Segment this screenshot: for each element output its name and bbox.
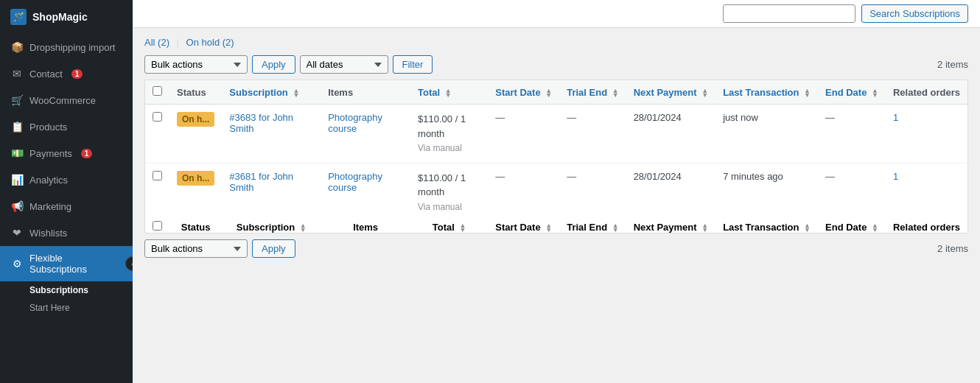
total-sort-footer: ▲▼: [460, 223, 466, 232]
row-subscription: #3681 for John Smith: [222, 163, 321, 221]
bulk-actions-select-bottom[interactable]: Bulk actions Delete: [144, 239, 248, 258]
col-trial-end[interactable]: Trial End ▲▼: [559, 80, 626, 105]
select-all-footer-checkbox[interactable]: [153, 221, 162, 231]
row-start-date: —: [488, 105, 559, 164]
col-trial-end-footer[interactable]: Trial End ▲▼: [559, 221, 626, 233]
last-transaction-value: 7 minutes ago: [723, 171, 783, 182]
last-transaction-sort-footer: ▲▼: [804, 223, 811, 232]
col-total[interactable]: Total ▲▼: [410, 80, 488, 105]
last-transaction-value: just now: [723, 112, 758, 123]
sidebar-collapse-button[interactable]: ‹: [125, 256, 133, 271]
contact-badge: 1: [71, 69, 83, 79]
row-checkbox-1[interactable]: [153, 171, 162, 180]
start-date-value: —: [495, 112, 505, 123]
sidebar: 🪄 ShopMagic 📦 Dropshipping import ✉ Cont…: [0, 0, 133, 383]
woocommerce-icon: 🛒: [10, 94, 24, 107]
total-value: $110.00 / 1 month: [418, 172, 466, 198]
row-start-date: —: [488, 163, 559, 221]
filter-tab-on-hold[interactable]: On hold (2): [186, 37, 234, 48]
top-bar: Search Subscriptions: [133, 0, 980, 28]
next-payment-value: 28/01/2024: [634, 171, 682, 182]
sidebar-item-marketing[interactable]: 📢 Marketing: [0, 193, 133, 219]
col-start-date-footer[interactable]: Start Date ▲▼: [488, 221, 559, 233]
row-checkbox-cell: [145, 163, 169, 221]
total-sort: ▲▼: [445, 88, 452, 97]
start-date-sort: ▲▼: [545, 88, 552, 97]
total-info: $110.00 / 1 month Via manual: [418, 112, 480, 155]
sidebar-item-label: Marketing: [29, 201, 71, 212]
dropshipping-icon: 📦: [10, 41, 24, 54]
filter-tab-all[interactable]: All (2): [144, 37, 172, 48]
status-badge: On h...: [177, 171, 214, 186]
row-checkbox-0[interactable]: [153, 112, 162, 122]
col-items-footer: Items: [321, 221, 410, 233]
col-start-date[interactable]: Start Date ▲▼: [488, 80, 559, 105]
bulk-actions-select-top[interactable]: Bulk actions Delete: [144, 55, 248, 74]
item-link[interactable]: Photography course: [328, 112, 382, 134]
sidebar-item-payments[interactable]: 💵 Payments 1: [0, 140, 133, 166]
select-all-footer: [145, 221, 169, 233]
col-end-date-footer[interactable]: End Date ▲▼: [818, 221, 886, 233]
via-label: Via manual: [418, 202, 462, 212]
search-input[interactable]: [723, 4, 855, 23]
next-payment-sort-footer: ▲▼: [701, 223, 708, 232]
sidebar-item-label: Payments: [29, 148, 72, 159]
sidebar-sub-label: Subscriptions: [29, 285, 88, 295]
items-count-top: 2 items: [937, 59, 968, 70]
sidebar-item-contact[interactable]: ✉ Contact 1: [0, 60, 133, 87]
analytics-icon: 📊: [10, 173, 24, 186]
payments-icon: 💵: [10, 147, 24, 160]
col-status: Status: [169, 80, 222, 105]
row-items: Photography course: [321, 163, 410, 221]
total-info: $110.00 / 1 month Via manual: [418, 171, 480, 214]
end-date-sort: ▲▼: [872, 88, 878, 97]
row-status: On h...: [169, 105, 222, 164]
sidebar-logo[interactable]: 🪄 ShopMagic: [0, 0, 133, 34]
col-last-transaction[interactable]: Last Transaction ▲▼: [715, 80, 818, 105]
sidebar-item-wishlists[interactable]: ❤ Wishlists: [0, 219, 133, 246]
related-orders-link[interactable]: 1: [893, 171, 898, 182]
flexible-subscriptions-icon: ⚙: [10, 257, 24, 270]
col-last-transaction-footer[interactable]: Last Transaction ▲▼: [715, 221, 818, 233]
row-end-date: —: [818, 105, 886, 164]
sidebar-sub-start-here[interactable]: Start Here: [0, 299, 133, 317]
apply-button-top[interactable]: Apply: [252, 55, 295, 74]
col-subscription[interactable]: Subscription ▲▼: [222, 80, 321, 105]
row-last-transaction: just now: [715, 105, 818, 164]
sidebar-item-dropshipping[interactable]: 📦 Dropshipping import: [0, 34, 133, 60]
sidebar-item-flexible-subscriptions[interactable]: ⚙ Flexible Subscriptions ‹: [0, 246, 133, 281]
col-total-footer[interactable]: Total ▲▼: [410, 221, 488, 233]
via-label: Via manual: [418, 143, 462, 153]
item-link[interactable]: Photography course: [328, 171, 382, 193]
next-payment-value: 28/01/2024: [634, 112, 682, 123]
start-date-sort-footer: ▲▼: [545, 223, 552, 232]
subscription-link[interactable]: #3681 for John Smith: [229, 171, 293, 193]
marketing-icon: 📢: [10, 200, 24, 213]
col-related-orders: Related orders: [886, 80, 967, 105]
col-subscription-footer[interactable]: Subscription ▲▼: [222, 221, 321, 233]
select-all-checkbox[interactable]: [153, 86, 162, 96]
row-next-payment: 28/01/2024: [626, 163, 716, 221]
sidebar-sub-subscriptions[interactable]: Subscriptions: [0, 281, 133, 299]
trial-end-sort-footer: ▲▼: [612, 223, 619, 232]
col-next-payment[interactable]: Next Payment ▲▼: [626, 80, 716, 105]
next-payment-sort: ▲▼: [701, 88, 708, 97]
subscription-link[interactable]: #3683 for John Smith: [229, 112, 293, 134]
col-next-payment-footer[interactable]: Next Payment ▲▼: [626, 221, 716, 233]
sidebar-item-products[interactable]: 📋 Products: [0, 113, 133, 140]
last-transaction-sort: ▲▼: [804, 88, 811, 97]
wishlists-icon: ❤: [10, 226, 24, 239]
content-area: All (2) | On hold (2) Bulk actions Delet…: [133, 28, 980, 267]
sidebar-item-label: Wishlists: [29, 228, 67, 239]
col-end-date[interactable]: End Date ▲▼: [818, 80, 886, 105]
sidebar-item-analytics[interactable]: 📊 Analytics: [0, 166, 133, 193]
filter-button[interactable]: Filter: [393, 55, 433, 74]
row-status: On h...: [169, 163, 222, 221]
apply-button-bottom[interactable]: Apply: [252, 239, 295, 258]
dates-select[interactable]: All dates: [300, 55, 388, 74]
related-orders-link[interactable]: 1: [893, 112, 898, 123]
row-total: $110.00 / 1 month Via manual: [410, 163, 488, 221]
sidebar-item-woocommerce[interactable]: 🛒 WooCommerce: [0, 87, 133, 113]
select-all-header: [145, 80, 169, 105]
search-subscriptions-button[interactable]: Search Subscriptions: [861, 4, 968, 23]
